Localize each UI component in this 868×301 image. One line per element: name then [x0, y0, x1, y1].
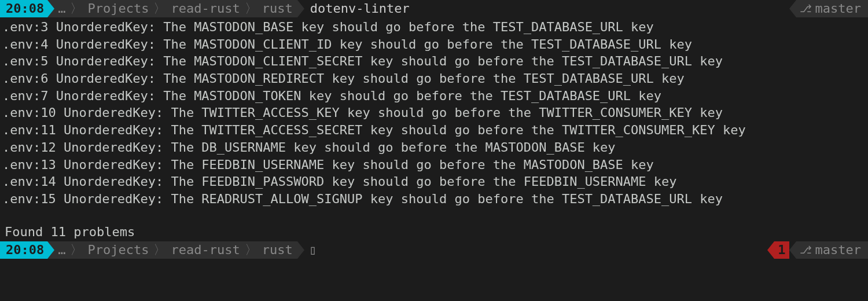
path-segment: … 〉 Projects 〉 read-rust 〉 rust [47, 0, 297, 17]
prompt-line-2[interactable]: 20:08 … 〉 Projects 〉 read-rust 〉 rust ▯ … [0, 241, 868, 259]
output-line: .env:6 UnorderedKey: The MASTODON_REDIRE… [2, 70, 866, 87]
output-line: .env:10 UnorderedKey: The TWITTER_ACCESS… [2, 104, 866, 122]
output-line: .env:11 UnorderedKey: The TWITTER_ACCESS… [2, 122, 866, 139]
path-ellipsis: … [58, 242, 65, 259]
powerline-arrow-icon [297, 0, 304, 17]
powerline-arrow-left-icon [767, 241, 774, 259]
path-separator-icon: 〉 [245, 242, 258, 259]
path-ellipsis: … [58, 1, 65, 17]
prompt-line-1: 20:08 … 〉 Projects 〉 read-rust 〉 rust do… [0, 0, 868, 17]
clock-time: 20:08 [6, 1, 44, 17]
git-branch-icon: ⎇ [800, 243, 812, 256]
terminal-output[interactable]: .env:3 UnorderedKey: The MASTODON_BASE k… [0, 17, 868, 241]
powerline-arrow-icon [47, 241, 54, 259]
path-part: rust [262, 242, 293, 259]
git-branch-segment: ⎇ master [796, 0, 868, 17]
git-branch-segment: ⎇ master [796, 241, 868, 259]
output-line: .env:7 UnorderedKey: The MASTODON_TOKEN … [2, 87, 866, 105]
output-line: .env:4 UnorderedKey: The MASTODON_CLIENT… [2, 36, 866, 53]
path-segment: … 〉 Projects 〉 read-rust 〉 rust [47, 241, 297, 259]
powerline-arrow-icon [47, 0, 54, 17]
path-part: Projects [87, 242, 149, 259]
path-separator-icon: 〉 [245, 1, 258, 17]
output-line: .env:5 UnorderedKey: The MASTODON_CLIENT… [2, 53, 866, 70]
powerline-arrow-icon [297, 241, 304, 259]
clock-time: 20:08 [6, 242, 44, 259]
output-line: .env:13 UnorderedKey: The FEEDBIN_USERNA… [2, 156, 866, 174]
powerline-arrow-left-icon [789, 241, 796, 259]
time-segment: 20:08 [0, 0, 47, 17]
output-line: .env:3 UnorderedKey: The MASTODON_BASE k… [2, 19, 866, 36]
current-directory: dotenv-linter [304, 1, 410, 17]
right-prompt: 1 ⎇ master [767, 241, 868, 259]
output-line: .env:14 UnorderedKey: The FEEDBIN_PASSWO… [2, 173, 866, 190]
path-separator-icon: 〉 [153, 242, 166, 259]
path-part: read-rust [171, 242, 240, 259]
git-branch-name: master [815, 1, 861, 17]
path-separator-icon: 〉 [70, 242, 83, 259]
exit-code-segment: 1 [774, 241, 789, 259]
path-part: rust [262, 1, 293, 17]
git-branch-icon: ⎇ [800, 2, 812, 15]
path-separator-icon: 〉 [70, 1, 83, 17]
exit-code: 1 [778, 242, 785, 259]
powerline-arrow-left-icon [789, 0, 796, 17]
summary-line: Found 11 problems [2, 224, 866, 241]
right-prompt: ⎇ master [789, 0, 868, 17]
cursor-icon[interactable]: ▯ [304, 242, 317, 259]
git-branch-name: master [815, 242, 861, 259]
output-line: .env:12 UnorderedKey: The DB_USERNAME ke… [2, 139, 866, 156]
path-separator-icon: 〉 [153, 1, 166, 17]
path-part: read-rust [171, 1, 240, 17]
output-line: .env:15 UnorderedKey: The READRUST_ALLOW… [2, 190, 866, 208]
time-segment: 20:08 [0, 241, 47, 259]
path-part: Projects [87, 1, 149, 17]
